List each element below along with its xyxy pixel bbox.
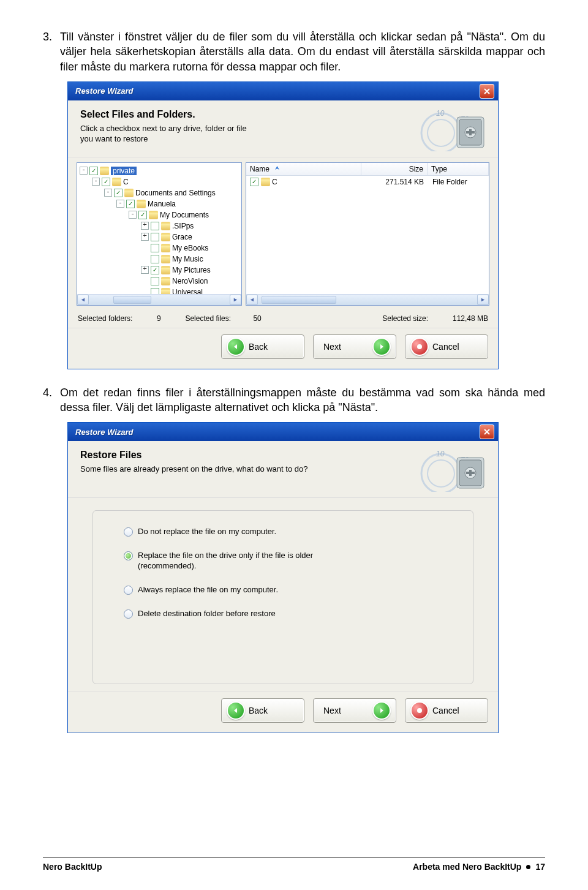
folder-icon	[161, 288, 170, 294]
tree-checkbox[interactable]	[126, 200, 135, 208]
tree-item-sipps[interactable]: .SIPps	[172, 222, 194, 230]
tree-checkbox[interactable]	[151, 244, 159, 252]
stop-icon	[410, 701, 429, 720]
column-size[interactable]: Size	[361, 163, 428, 175]
radio-option-dont-replace[interactable]: Do not replace the file on my computer.	[124, 527, 457, 537]
radio-option-delete-dest[interactable]: Delete destination folder before restore	[124, 609, 457, 619]
horizontal-scrollbar[interactable]: ◄ ►	[246, 294, 489, 305]
svg-rect-18	[466, 472, 475, 474]
expand-toggle[interactable]: +	[141, 222, 149, 230]
horizontal-scrollbar[interactable]: ◄ ►	[77, 294, 241, 305]
instruction-step-4: 4. Om det redan finns filer i återställn…	[43, 385, 545, 415]
cancel-button[interactable]: Cancel	[405, 334, 488, 359]
file-list[interactable]: Name Size Type C 271.514 KB File Folder …	[246, 162, 489, 306]
list-header[interactable]: Name Size Type	[246, 163, 489, 176]
tree-item-private[interactable]: private	[111, 167, 137, 175]
tree-item-pictures[interactable]: My Pictures	[172, 266, 211, 274]
arrow-right-icon	[372, 701, 391, 720]
cancel-button[interactable]: Cancel	[405, 698, 488, 723]
tree-item-grace[interactable]: Grace	[172, 233, 192, 241]
tree-item-manuela[interactable]: Manuela	[148, 200, 176, 208]
back-button[interactable]: Back	[221, 334, 304, 359]
list-checkbox[interactable]	[250, 178, 258, 186]
svg-point-19	[417, 708, 422, 713]
next-button[interactable]: Next	[313, 698, 396, 723]
tree-checkbox[interactable]	[138, 211, 147, 219]
tree-item-mydocs[interactable]: My Documents	[160, 211, 209, 219]
back-button[interactable]: Back	[221, 698, 304, 723]
tree-item-c[interactable]: C	[123, 178, 129, 186]
folder-icon	[161, 233, 170, 241]
radio-input[interactable]	[124, 586, 133, 595]
expand-toggle[interactable]: -	[80, 167, 88, 175]
folder-tree[interactable]: - private - C - Documents and Settings	[77, 162, 242, 306]
radio-input[interactable]	[124, 609, 133, 619]
next-button[interactable]: Next	[313, 334, 396, 359]
tree-checkbox[interactable]	[151, 277, 159, 285]
expand-toggle[interactable]: -	[104, 189, 112, 197]
column-name[interactable]: Name	[250, 165, 270, 173]
safe-illustration: 10 70	[416, 107, 489, 152]
dialog-subheading: Click a checkbox next to any drive, fold…	[80, 124, 416, 145]
restore-wizard-dialog-1: Restore Wizard Select Files and Folders.…	[67, 81, 499, 369]
svg-rect-8	[466, 131, 475, 134]
safe-illustration: 10 70	[416, 447, 489, 492]
close-button[interactable]	[480, 84, 494, 99]
step-number: 4.	[43, 385, 60, 415]
arrow-left-icon	[227, 338, 245, 356]
titlebar: Restore Wizard	[68, 423, 498, 441]
tree-checkbox[interactable]	[89, 167, 98, 175]
tree-checkbox[interactable]	[151, 288, 159, 294]
radio-label: Do not replace the file on my computer.	[138, 527, 276, 537]
folder-icon	[124, 189, 134, 197]
folder-icon	[137, 200, 146, 208]
expand-toggle[interactable]: -	[92, 178, 100, 186]
tree-item-ebooks[interactable]: My eBooks	[172, 244, 208, 252]
tree-checkbox[interactable]	[151, 233, 159, 241]
dialog-heading: Restore Files	[80, 450, 416, 461]
footer-right: Arbeta med Nero BackItUp17	[413, 862, 545, 872]
tree-checkbox[interactable]	[114, 189, 123, 197]
radio-option-replace-older[interactable]: Replace the file on the drive only if th…	[124, 551, 457, 571]
column-type[interactable]: Type	[428, 163, 489, 175]
svg-text:10: 10	[436, 109, 445, 118]
expand-toggle[interactable]: -	[129, 211, 137, 219]
titlebar: Restore Wizard	[68, 82, 498, 100]
radio-label: Always replace the file on my computer.	[138, 585, 278, 595]
stop-icon	[410, 338, 429, 356]
scroll-thumb[interactable]	[113, 296, 151, 304]
scroll-thumb[interactable]	[262, 296, 336, 304]
scroll-left-arrow[interactable]: ◄	[246, 295, 258, 305]
svg-point-1	[428, 119, 454, 146]
expand-toggle[interactable]: -	[116, 200, 124, 208]
step-text: Om det redan finns filer i återställning…	[60, 385, 545, 415]
folder-icon	[161, 266, 170, 274]
scroll-right-arrow[interactable]: ►	[477, 295, 489, 305]
tree-item-nerovision[interactable]: NeroVision	[172, 277, 208, 285]
tree-checkbox[interactable]	[151, 255, 159, 263]
tree-item-music[interactable]: My Music	[172, 255, 203, 263]
tree-item-universal[interactable]: Universal	[172, 288, 203, 294]
page-footer: Nero BackItUp Arbeta med Nero BackItUp17	[43, 858, 545, 872]
scroll-left-arrow[interactable]: ◄	[77, 295, 89, 305]
window-title: Restore Wizard	[72, 86, 480, 96]
radio-option-always-replace[interactable]: Always replace the file on my computer.	[124, 585, 457, 595]
folder-icon	[161, 244, 170, 252]
tree-checkbox[interactable]	[151, 222, 159, 230]
folder-icon	[161, 222, 170, 230]
arrow-right-icon	[372, 338, 391, 356]
radio-input[interactable]	[124, 551, 133, 560]
svg-point-11	[428, 460, 454, 487]
list-item-size: 271.514 KB	[364, 178, 424, 186]
tree-item-docsettings[interactable]: Documents and Settings	[135, 189, 216, 197]
arrow-left-icon	[227, 701, 245, 720]
list-row[interactable]: C 271.514 KB File Folder	[246, 176, 489, 188]
scroll-right-arrow[interactable]: ►	[230, 295, 241, 305]
tree-checkbox[interactable]	[151, 266, 159, 274]
restore-wizard-dialog-2: Restore Wizard Restore Files Some files …	[67, 422, 499, 733]
radio-input[interactable]	[124, 527, 133, 537]
expand-toggle[interactable]: +	[141, 266, 149, 274]
tree-checkbox[interactable]	[102, 178, 110, 186]
expand-toggle[interactable]: +	[141, 233, 149, 241]
close-button[interactable]	[480, 424, 494, 439]
